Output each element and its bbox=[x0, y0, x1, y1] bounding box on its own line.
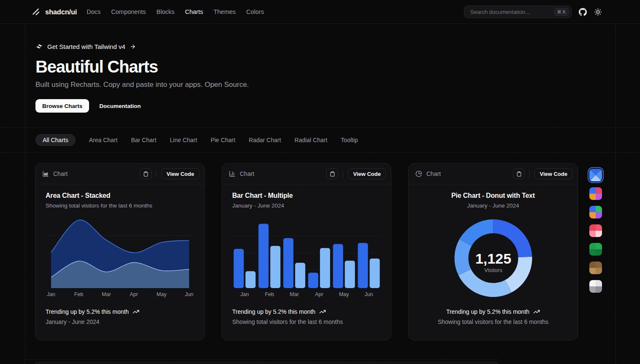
svg-text:Visitors: Visitors bbox=[484, 267, 502, 273]
area-chart-icon bbox=[42, 170, 49, 177]
card-description: Showing total visitors for the last 6 mo… bbox=[46, 202, 194, 209]
page-subtitle: Built using Recharts. Copy and paste int… bbox=[35, 81, 249, 89]
theme-swatch-multi-pink[interactable] bbox=[589, 187, 602, 200]
search-shortcut-kbd: ⌘ K bbox=[554, 8, 569, 16]
pie-chart-card: Chart View Code Pie Chart - Donut with T… bbox=[408, 163, 578, 340]
arrow-right-icon bbox=[130, 43, 136, 50]
footer-trend-text: Trending up by 5.2% this month bbox=[46, 308, 129, 315]
tab-radar-chart[interactable]: Radar Chart bbox=[249, 137, 281, 143]
announcement-text: Get Started with Tailwind v4 bbox=[47, 43, 125, 50]
shadcn-logo-icon bbox=[32, 8, 41, 16]
browse-charts-button[interactable]: Browse Charts bbox=[35, 99, 89, 113]
trending-up-icon bbox=[319, 308, 326, 315]
nav-right: ⌘ K bbox=[464, 5, 602, 18]
theme-swatch-rail bbox=[589, 169, 602, 293]
theme-swatch-gray[interactable] bbox=[589, 280, 602, 293]
tab-pie-chart[interactable]: Pie Chart bbox=[211, 137, 235, 143]
nav-item-charts[interactable]: Charts bbox=[185, 8, 203, 15]
card-body: Pie Chart - Donut with Text January - Ju… bbox=[409, 184, 578, 325]
svg-text:May: May bbox=[339, 291, 349, 297]
grouped-bar-chart: JanFebMarAprMayJun bbox=[232, 217, 381, 298]
nav-item-docs[interactable]: Docs bbox=[87, 8, 100, 15]
tab-line-chart[interactable]: Line Chart bbox=[170, 137, 197, 143]
section-divider bbox=[25, 359, 498, 360]
card-header: Chart View Code bbox=[222, 164, 391, 184]
tab-area-chart[interactable]: Area Chart bbox=[89, 137, 118, 143]
tab-radial-chart[interactable]: Radial Chart bbox=[295, 137, 328, 143]
svg-text:1,125: 1,125 bbox=[475, 251, 511, 267]
svg-text:May: May bbox=[157, 291, 167, 297]
footer-trend-text: Trending up by 5.2% this month bbox=[446, 308, 529, 315]
search-box[interactable]: ⌘ K bbox=[464, 5, 572, 18]
card-title: Pie Chart - Donut with Text bbox=[419, 192, 567, 200]
tab-all-charts[interactable]: All Charts bbox=[35, 134, 76, 146]
svg-text:Mar: Mar bbox=[290, 291, 299, 297]
copy-code-button[interactable] bbox=[140, 168, 152, 179]
charts-page: shadcn/ui DocsComponentsBlocksChartsThem… bbox=[0, 0, 640, 364]
card-title: Area Chart - Stacked bbox=[46, 192, 194, 200]
card-header: Chart View Code bbox=[409, 164, 578, 184]
copy-code-button[interactable] bbox=[326, 168, 338, 179]
svg-text:Jan: Jan bbox=[240, 291, 249, 297]
card-header-label: Chart bbox=[53, 170, 136, 177]
nav-item-blocks[interactable]: Blocks bbox=[156, 8, 174, 15]
card-header-label: Chart bbox=[426, 170, 510, 177]
svg-text:Mar: Mar bbox=[102, 291, 111, 297]
tab-bar-chart[interactable]: Bar Chart bbox=[131, 137, 156, 143]
card-description: January - June 2024 bbox=[232, 202, 381, 209]
bar-chart-icon bbox=[229, 170, 236, 177]
theme-swatch-multi-green[interactable] bbox=[589, 206, 602, 218]
nav-item-components[interactable]: Components bbox=[111, 8, 146, 15]
footer-secondary-text: Showing total visitors for the last 6 mo… bbox=[419, 318, 567, 325]
area-chart-card: Chart View Code Area Chart - Stacked Sho… bbox=[35, 163, 205, 340]
svg-text:Feb: Feb bbox=[74, 291, 84, 297]
page-title: Beautiful Charts bbox=[35, 57, 249, 76]
announcement-link[interactable]: Get Started with Tailwind v4 bbox=[35, 43, 136, 50]
svg-text:Feb: Feb bbox=[265, 291, 274, 297]
card-title: Bar Chart - Multiple bbox=[232, 192, 381, 200]
chart-type-tabs: All ChartsArea ChartBar ChartLine ChartP… bbox=[0, 127, 640, 153]
left-dashed-rail bbox=[25, 24, 25, 364]
theme-toggle-button[interactable] bbox=[594, 8, 602, 16]
hero-section: Get Started with Tailwind v4 Beautiful C… bbox=[35, 24, 249, 113]
tab-tooltip[interactable]: Tooltip bbox=[341, 137, 358, 143]
header-divider bbox=[529, 170, 530, 177]
theme-swatch-blue[interactable] bbox=[589, 169, 602, 181]
theme-swatch-amber[interactable] bbox=[589, 262, 602, 274]
pie-chart-icon bbox=[415, 170, 422, 177]
brand-name: shadcn/ui bbox=[45, 8, 77, 16]
search-input[interactable] bbox=[469, 8, 551, 16]
card-footer: Trending up by 5.2% this month Showing t… bbox=[419, 308, 567, 325]
card-footer: Trending up by 5.2% this month Showing t… bbox=[232, 308, 381, 325]
view-code-button[interactable]: View Code bbox=[348, 168, 386, 179]
trending-up-icon bbox=[133, 308, 139, 315]
svg-text:Jun: Jun bbox=[365, 291, 373, 297]
footer-secondary-text: January - June 2024 bbox=[46, 318, 194, 325]
card-body: Bar Chart - Multiple January - June 2024… bbox=[222, 184, 391, 325]
theme-swatch-green[interactable] bbox=[589, 243, 602, 256]
next-card-top-edge bbox=[35, 362, 498, 364]
nav-links: DocsComponentsBlocksChartsThemesColors bbox=[87, 8, 264, 15]
svg-text:Apr: Apr bbox=[315, 291, 323, 297]
view-code-button[interactable]: View Code bbox=[534, 168, 572, 179]
view-code-button[interactable]: View Code bbox=[161, 168, 199, 179]
svg-text:Jan: Jan bbox=[47, 291, 55, 297]
trending-up-icon bbox=[533, 308, 540, 315]
card-footer: Trending up by 5.2% this month January -… bbox=[46, 308, 194, 325]
svg-text:Apr: Apr bbox=[130, 291, 138, 297]
github-button[interactable] bbox=[579, 8, 587, 16]
copy-code-button[interactable] bbox=[513, 168, 525, 179]
donut-chart: 1,125Visitors bbox=[419, 217, 567, 298]
documentation-button[interactable]: Documentation bbox=[92, 99, 147, 113]
footer-secondary-text: Showing total visitors for the last 6 mo… bbox=[232, 318, 381, 325]
nav-item-themes[interactable]: Themes bbox=[214, 8, 236, 15]
charts-grid: Chart View Code Area Chart - Stacked Sho… bbox=[35, 163, 578, 340]
svg-text:Jun: Jun bbox=[185, 291, 193, 297]
header-divider bbox=[343, 170, 343, 177]
theme-swatch-rose[interactable] bbox=[589, 224, 602, 237]
tailwind-icon bbox=[35, 43, 43, 50]
header-divider bbox=[156, 170, 157, 177]
top-nav: shadcn/ui DocsComponentsBlocksChartsThem… bbox=[0, 0, 640, 24]
brand-logo-link[interactable]: shadcn/ui bbox=[32, 8, 77, 16]
nav-item-colors[interactable]: Colors bbox=[246, 8, 264, 15]
